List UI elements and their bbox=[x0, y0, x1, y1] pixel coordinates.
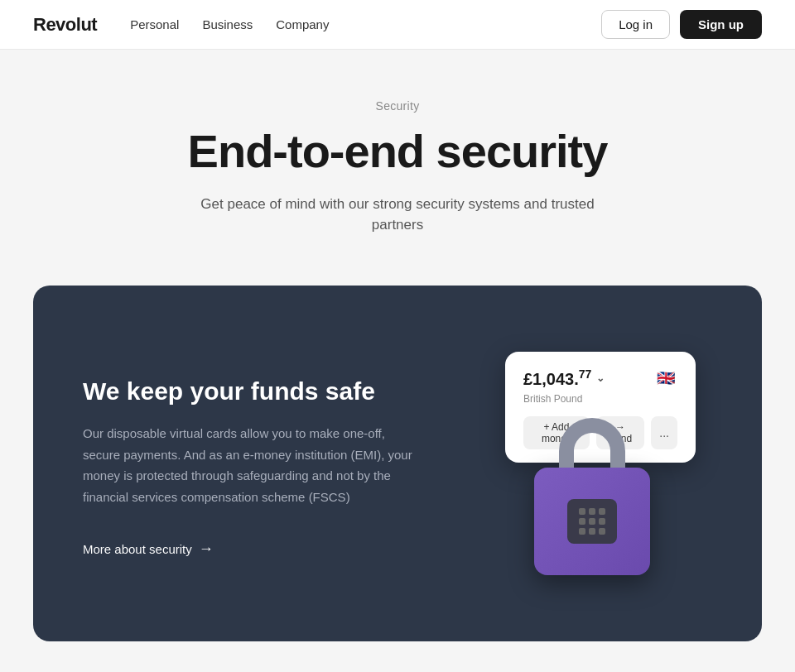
card-title: We keep your funds safe bbox=[83, 377, 414, 406]
card-link-arrow: → bbox=[199, 540, 214, 558]
hero-subtitle: Get peace of mind with our strong securi… bbox=[190, 194, 605, 236]
hero-label: Security bbox=[33, 99, 762, 113]
dial-dot bbox=[579, 528, 585, 535]
padlock-body bbox=[534, 468, 650, 575]
security-link[interactable]: More about security → bbox=[83, 540, 214, 558]
hero-title: End-to-end security bbox=[33, 126, 762, 177]
currency-label: British Pound bbox=[523, 393, 677, 405]
dial-dot bbox=[589, 508, 595, 515]
nav-links: Personal Business Company bbox=[130, 17, 601, 31]
padlock-illustration bbox=[513, 418, 671, 592]
nav-actions: Log in Sign up bbox=[601, 10, 762, 39]
dial-dot bbox=[599, 528, 605, 535]
dial-dot bbox=[599, 508, 605, 515]
hero-section: Security End-to-end security Get peace o… bbox=[0, 50, 795, 277]
chevron-down-icon: ⌄ bbox=[596, 372, 605, 384]
brand-logo[interactable]: Revolut bbox=[33, 14, 97, 36]
login-button[interactable]: Log in bbox=[601, 10, 670, 39]
dial-dot bbox=[599, 518, 605, 525]
security-card: We keep your funds safe Our disposable v… bbox=[33, 286, 762, 641]
dial-row-1 bbox=[579, 508, 605, 515]
padlock-dial bbox=[567, 499, 617, 544]
card-link-label: More about security bbox=[83, 542, 192, 556]
dial-dot bbox=[579, 518, 585, 525]
card-body: Our disposable virtual cards allow you t… bbox=[83, 423, 414, 507]
amount-value: £1,043.77 bbox=[523, 367, 591, 389]
signup-button[interactable]: Sign up bbox=[680, 10, 762, 39]
dial-dot bbox=[579, 508, 585, 515]
widget-top: £1,043.77 ⌄ 🇬🇧 bbox=[523, 367, 677, 390]
nav-company[interactable]: Company bbox=[276, 17, 329, 31]
navbar: Revolut Personal Business Company Log in… bbox=[0, 0, 795, 50]
flag-icon: 🇬🇧 bbox=[654, 367, 677, 390]
dial-dot bbox=[589, 528, 595, 535]
nav-personal[interactable]: Personal bbox=[130, 17, 179, 31]
nav-business[interactable]: Business bbox=[202, 17, 253, 31]
widget-amount: £1,043.77 ⌄ bbox=[523, 367, 605, 389]
card-illustration: £1,043.77 ⌄ 🇬🇧 British Pound + Add money… bbox=[431, 335, 712, 600]
padlock-shackle bbox=[559, 418, 625, 468]
dial-dot bbox=[589, 518, 595, 525]
card-content: We keep your funds safe Our disposable v… bbox=[83, 377, 414, 558]
dial-row-3 bbox=[579, 528, 605, 535]
dial-row-2 bbox=[579, 518, 605, 525]
